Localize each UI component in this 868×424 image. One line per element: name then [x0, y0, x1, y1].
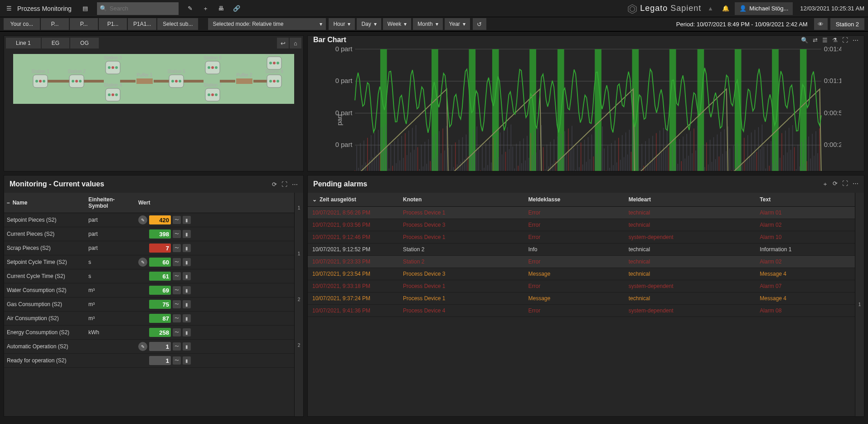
- al-col-kind[interactable]: Meldeart: [624, 193, 756, 207]
- mode-select[interactable]: Selected mode: Relative time ▾: [208, 18, 326, 30]
- cv-row[interactable]: Air Consumption (S2)m³87〜▮: [4, 312, 294, 326]
- bars-icon[interactable]: ▮: [183, 356, 191, 365]
- alarm-row[interactable]: 10/07/2021, 9:23:54 PMProcess Device 3Me…: [308, 268, 855, 280]
- al-col-text[interactable]: Text: [755, 193, 855, 207]
- fullscreen-icon[interactable]: ⛶: [842, 37, 848, 44]
- bars-icon[interactable]: ▮: [183, 216, 191, 224]
- cv-col-unit[interactable]: Einheiten-Symbol: [86, 193, 136, 213]
- search-input[interactable]: [110, 5, 179, 12]
- menu-icon[interactable]: ☰: [4, 5, 15, 12]
- fullscreen-icon[interactable]: ⛶: [842, 180, 848, 188]
- refresh-icon[interactable]: ⟳: [833, 180, 838, 188]
- edit-value-icon[interactable]: ✎: [138, 258, 147, 267]
- more-icon[interactable]: ⋯: [292, 181, 298, 188]
- alarm-row[interactable]: 10/07/2021, 9:12:46 PMProcess Device 1Er…: [308, 231, 855, 244]
- trend-icon[interactable]: 〜: [173, 300, 181, 308]
- topo-tab-line 1[interactable]: Line 1: [6, 38, 41, 49]
- breadcrumb-item[interactable]: P...: [41, 18, 69, 30]
- trend-icon[interactable]: 〜: [173, 272, 181, 280]
- trend-icon[interactable]: 〜: [173, 328, 181, 336]
- trend-icon[interactable]: 〜: [173, 286, 181, 294]
- trend-icon[interactable]: 〜: [173, 230, 181, 238]
- filter-icon[interactable]: ⚗: [832, 37, 838, 44]
- add-alarm-icon[interactable]: ＋: [822, 180, 828, 188]
- trend-icon[interactable]: 〜: [173, 244, 181, 252]
- cv-row[interactable]: Current Cycle Time (S2)s61〜▮: [4, 269, 294, 283]
- breadcrumb-item[interactable]: P1...: [99, 18, 127, 30]
- cv-row[interactable]: Setpoint Cycle Time (S2)s✎60〜▮: [4, 255, 294, 269]
- history-icon[interactable]: ↺: [473, 18, 486, 30]
- chart-body[interactable]: part0:00:00150 part0:00:25300 part0:00:5…: [308, 44, 864, 171]
- time-range-year[interactable]: Year ▾: [445, 18, 470, 30]
- time-range-month[interactable]: Month ▾: [413, 18, 442, 30]
- link-icon[interactable]: 🔗: [230, 2, 243, 15]
- bars-icon[interactable]: ▮: [183, 272, 191, 280]
- print-icon[interactable]: 🖶: [215, 2, 228, 15]
- breadcrumb-item[interactable]: P...: [70, 18, 98, 30]
- cv-row[interactable]: Setpoint Pieces (S2)part✎420〜▮: [4, 213, 294, 227]
- breadcrumb-item[interactable]: Your co...: [4, 18, 40, 30]
- list-view-icon[interactable]: ☰: [822, 37, 828, 44]
- fullscreen-icon[interactable]: ⛶: [281, 181, 287, 188]
- refresh-icon[interactable]: ⟳: [272, 181, 277, 188]
- zoom-icon[interactable]: 🔍: [801, 37, 808, 44]
- station-chip[interactable]: Station 2: [830, 18, 864, 30]
- al-col-class[interactable]: Meldeklasse: [524, 193, 624, 207]
- topo-home-icon[interactable]: ⌂: [290, 38, 301, 49]
- time-range-hour[interactable]: Hour ▾: [329, 18, 355, 30]
- topo-tab-og[interactable]: OG: [70, 38, 99, 49]
- user-chip[interactable]: 👤 Michael Stög...: [735, 2, 793, 15]
- al-col-time[interactable]: Zeit ausgelöst: [320, 196, 356, 203]
- topology-canvas[interactable]: Station 1Station 2Station 3Station 4Puff…: [6, 52, 301, 169]
- bell-icon[interactable]: 🔔: [719, 2, 732, 15]
- topo-back-icon[interactable]: ↩: [277, 38, 289, 49]
- swap-icon[interactable]: ⇄: [813, 37, 818, 44]
- trend-icon[interactable]: 〜: [173, 314, 181, 322]
- alarm-row[interactable]: 10/07/2021, 9:41:36 PMProcess Device 4Er…: [308, 305, 855, 317]
- cv-row[interactable]: Automatic Operation (S2)✎1〜▮: [4, 340, 294, 354]
- bars-icon[interactable]: ▮: [183, 244, 191, 252]
- edit-icon[interactable]: ✎: [184, 2, 197, 15]
- cv-row[interactable]: Current Pieces (S2)part398〜▮: [4, 227, 294, 241]
- alarm-row[interactable]: 10/07/2021, 8:56:26 PMProcess Device 1Er…: [308, 207, 855, 219]
- search-box[interactable]: 🔍: [97, 2, 179, 15]
- more-icon[interactable]: ⋯: [853, 180, 858, 188]
- bars-icon[interactable]: ▮: [183, 328, 191, 336]
- cv-row[interactable]: Gas Consumption (S2)m³75〜▮: [4, 297, 294, 312]
- cv-row[interactable]: Scrap Pieces (S2)part7〜▮: [4, 241, 294, 255]
- al-time: 10/07/2021, 9:37:24 PM: [308, 292, 398, 305]
- breadcrumb-item[interactable]: P1A1...: [128, 18, 156, 30]
- add-icon[interactable]: ＋: [199, 2, 212, 15]
- more-icon[interactable]: ⋯: [853, 37, 858, 44]
- bars-icon[interactable]: ▮: [183, 230, 191, 238]
- cv-row[interactable]: Ready for operation (S2)1〜▮: [4, 354, 294, 368]
- cv-row[interactable]: Energy Consumption (S2)kWh258〜▮: [4, 326, 294, 340]
- alarm-row[interactable]: 10/07/2021, 9:33:18 PMProcess Device 1Er…: [308, 280, 855, 292]
- al-col-node[interactable]: Knoten: [398, 193, 524, 207]
- alarm-row[interactable]: 10/07/2021, 9:37:24 PMProcess Device 1Me…: [308, 292, 855, 305]
- cv-row[interactable]: Water Consumption (S2)m³69〜▮: [4, 283, 294, 297]
- time-range-day[interactable]: Day ▾: [357, 18, 381, 30]
- trend-icon[interactable]: 〜: [173, 342, 181, 351]
- bars-icon[interactable]: ▮: [183, 314, 191, 322]
- breadcrumb-item[interactable]: Select sub...: [157, 18, 198, 30]
- bars-icon[interactable]: ▮: [183, 342, 191, 351]
- alarm-row[interactable]: 10/07/2021, 9:23:33 PMStation 2Errortech…: [308, 256, 855, 268]
- edit-value-icon[interactable]: ✎: [138, 342, 147, 351]
- cv-col-value[interactable]: Wert: [136, 193, 294, 213]
- cv-col-name[interactable]: Name: [13, 200, 28, 206]
- eye-icon[interactable]: 👁: [814, 18, 828, 30]
- bars-icon[interactable]: ▮: [183, 300, 191, 308]
- trend-icon[interactable]: 〜: [173, 216, 181, 224]
- alarm-row[interactable]: 10/07/2021, 9:12:52 PMStation 2Infotechn…: [308, 244, 855, 256]
- time-range-week[interactable]: Week ▾: [383, 18, 411, 30]
- bars-icon[interactable]: ▮: [183, 258, 191, 266]
- trend-icon[interactable]: 〜: [173, 258, 181, 266]
- list-icon[interactable]: ▤: [79, 2, 92, 15]
- trend-icon[interactable]: 〜: [173, 356, 181, 365]
- topo-tab-eg[interactable]: EG: [42, 38, 69, 49]
- warning-icon[interactable]: ▲: [704, 2, 717, 15]
- alarm-row[interactable]: 10/07/2021, 9:03:56 PMProcess Device 3Er…: [308, 219, 855, 231]
- edit-value-icon[interactable]: ✎: [138, 215, 147, 224]
- bars-icon[interactable]: ▮: [183, 286, 191, 294]
